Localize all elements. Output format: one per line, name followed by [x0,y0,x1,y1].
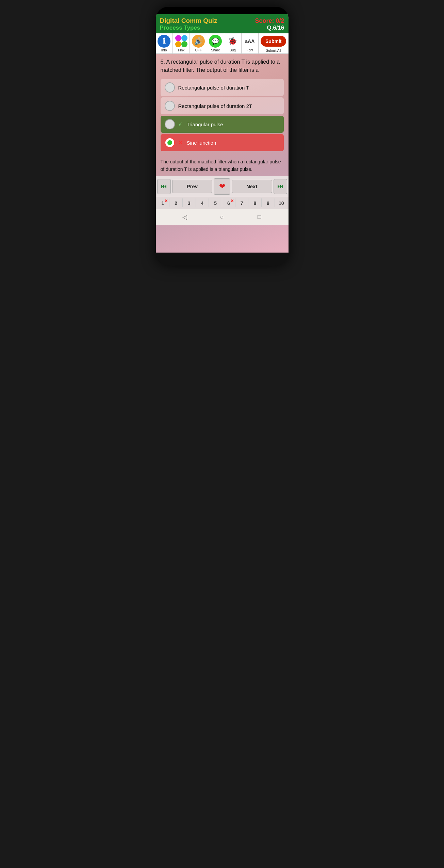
app-header: Digital Comm Quiz Score: 0/2 Process Typ… [156,14,289,33]
toolbar-submit[interactable]: Submit Submit All [259,33,288,53]
wrong-mark-6: ✕ [230,198,234,203]
status-bar [156,7,289,14]
subtitle: Process Types [160,25,200,31]
phone-frame: Digital Comm Quiz Score: 0/2 Process Typ… [156,7,289,266]
cross-icon: ✕ [178,140,183,146]
option-d-text: Sine function [187,140,216,146]
question-text: 6. A rectangular pulse of duration T is … [161,58,284,74]
first-icon: ⏮ [161,183,167,190]
notch [202,8,243,13]
font-label: Font [246,48,253,52]
option-b[interactable]: Rectangular pulse of duration 2T [161,97,284,114]
toolbar-info[interactable]: ℹ Info [156,33,173,53]
option-c[interactable]: ✓ Triangular pulse [161,116,284,133]
q-num-3[interactable]: 3 [183,198,196,207]
q-num-2[interactable]: 2 [169,198,183,207]
bottom-nav: ⏮ Prev ❤ Next ⏭ [156,176,289,197]
option-a[interactable]: Rectangular pulse of duration T [161,79,284,96]
q-num-4[interactable]: 4 [196,198,209,207]
q-num-10[interactable]: 10 [275,198,288,207]
next-label: Next [246,183,258,189]
share-icon: 💬 [209,35,222,48]
app-container: Digital Comm Quiz Score: 0/2 Process Typ… [156,14,289,253]
app-title: Digital Comm Quiz [160,17,217,25]
option-b-text: Rectangular pulse of duration 2T [178,103,252,109]
q-num-7[interactable]: 7 [235,198,249,207]
sound-icon: 🔊 [192,35,205,48]
toolbar: ℹ Info Pink 🔊 OFF 💬 [156,33,289,54]
q-num-1[interactable]: ✕ 1 [157,198,170,207]
radio-b [165,101,175,111]
option-a-text: Rectangular pulse of duration T [178,85,249,91]
home-button[interactable]: ○ [217,212,227,222]
q-num-8[interactable]: 8 [248,198,262,207]
option-c-text: Triangular pulse [187,122,223,127]
bug-label: Bug [230,48,236,52]
info-label: Info [161,48,167,52]
prev-label: Prev [187,183,198,189]
submit-button[interactable]: Submit [261,36,286,47]
pink-icon [175,35,188,48]
check-icon: ✓ [178,121,183,127]
last-icon: ⏭ [277,183,283,190]
toolbar-font[interactable]: aAA Font [242,33,259,53]
question-number: Q.6/16 [267,25,284,31]
font-icon: aAA [243,35,256,48]
radio-c [165,119,175,129]
q-num-5[interactable]: 5 [209,198,222,207]
score-display: Score: 0/2 [255,17,284,25]
toolbar-bug[interactable]: 🐞 Bug [224,33,241,53]
explanation: The output of the matched filter when a … [161,158,284,173]
heart-icon: ❤ [219,182,225,191]
toolbar-sound[interactable]: 🔊 OFF [190,33,207,53]
wrong-mark-1: ✕ [164,198,168,203]
bug-icon: 🐞 [226,35,239,48]
last-button[interactable]: ⏭ [274,179,287,194]
radio-d [165,138,175,148]
option-d[interactable]: ✕ Sine function [161,134,284,151]
radio-d-inner [167,140,172,145]
heart-button[interactable]: ❤ [214,178,230,195]
options-list: Rectangular pulse of duration T Rectangu… [161,79,284,151]
submit-all-label: Submit All [266,49,281,52]
q-num-9[interactable]: 9 [262,198,275,207]
sound-label: OFF [195,48,202,52]
next-button[interactable]: Next [232,180,272,193]
recent-button[interactable]: □ [255,212,264,222]
prev-button[interactable]: Prev [172,180,213,193]
toolbar-pink[interactable]: Pink [173,33,190,53]
q-num-6[interactable]: ✕ 6 [222,198,235,207]
question-area: 6. A rectangular pulse of duration T is … [156,54,289,154]
first-button[interactable]: ⏮ [157,179,171,194]
question-numbers-row: ✕ 1 2 3 4 5 ✕ 6 7 8 9 10 [156,197,289,209]
info-icon: ℹ [158,35,170,48]
share-label: Share [211,48,220,52]
radio-a [165,82,175,93]
pink-label: Pink [178,48,184,52]
toolbar-share[interactable]: 💬 Share [207,33,224,53]
back-button[interactable]: ◁ [180,212,190,222]
system-nav: ◁ ○ □ [156,209,289,225]
